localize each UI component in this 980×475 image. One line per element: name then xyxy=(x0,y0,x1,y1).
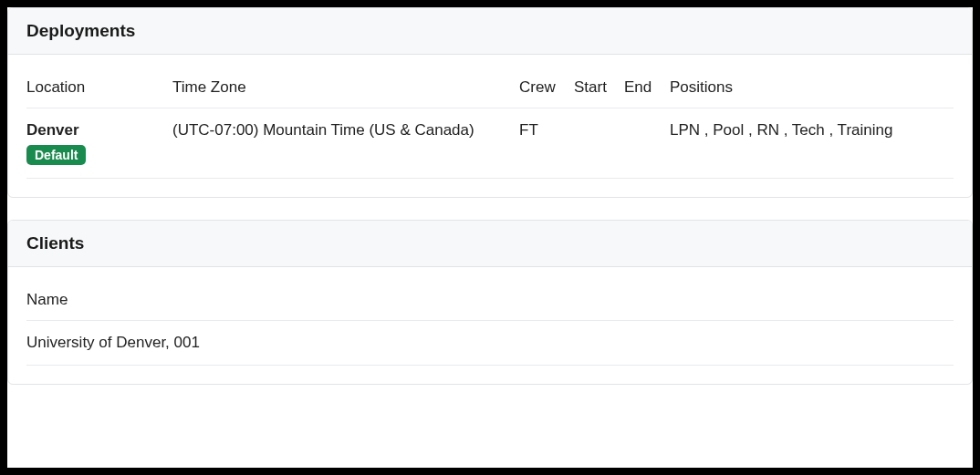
cell-crew: FT xyxy=(519,108,574,179)
deployments-panel: Deployments Location Time Zone Crew Star… xyxy=(7,7,973,198)
clients-body: Name University of Denver, 001 xyxy=(8,267,972,384)
col-positions: Positions xyxy=(670,69,954,108)
table-row[interactable]: University of Denver, 001 xyxy=(26,321,954,366)
table-row[interactable]: Denver Default (UTC-07:00) Mountain Time… xyxy=(26,108,954,179)
cell-name: University of Denver, 001 xyxy=(26,321,954,366)
col-start: Start xyxy=(574,69,624,108)
clients-panel: Clients Name University of Denver, 001 xyxy=(7,220,973,385)
cell-timezone: (UTC-07:00) Mountain Time (US & Canada) xyxy=(172,108,519,179)
deployments-table: Location Time Zone Crew Start End Positi… xyxy=(26,69,954,179)
deployments-header: Deployments xyxy=(8,8,972,55)
col-end: End xyxy=(624,69,670,108)
col-location: Location xyxy=(26,69,172,108)
clients-header: Clients xyxy=(8,221,972,267)
col-name: Name xyxy=(26,282,954,321)
clients-table: Name University of Denver, 001 xyxy=(26,282,954,366)
col-crew: Crew xyxy=(519,69,574,108)
deployments-title: Deployments xyxy=(26,21,954,41)
cell-start xyxy=(574,108,624,179)
deployments-body: Location Time Zone Crew Start End Positi… xyxy=(8,55,972,197)
default-badge: Default xyxy=(26,145,86,165)
clients-header-row: Name xyxy=(26,282,954,321)
cell-positions: LPN , Pool , RN , Tech , Training xyxy=(670,108,954,179)
deployments-header-row: Location Time Zone Crew Start End Positi… xyxy=(26,69,954,108)
cell-location: Denver Default xyxy=(26,108,172,179)
clients-title: Clients xyxy=(26,233,954,253)
cell-end xyxy=(624,108,670,179)
col-timezone: Time Zone xyxy=(172,69,519,108)
location-name: Denver xyxy=(26,121,163,139)
